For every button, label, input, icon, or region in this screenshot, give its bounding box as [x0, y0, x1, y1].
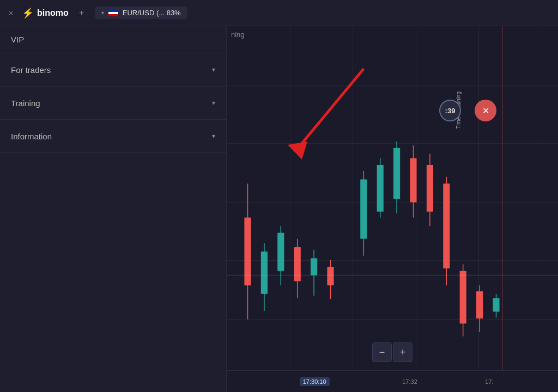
- sidebar-item-for-traders[interactable]: For traders ▾: [0, 53, 226, 87]
- training-chevron-icon: ▾: [212, 99, 215, 107]
- tab-dropdown-icon: ▾: [101, 10, 104, 16]
- zoom-controls: − +: [372, 342, 413, 362]
- svg-rect-9: [311, 258, 317, 275]
- candlestick-chart: [227, 48, 558, 370]
- logo-text: binomo: [37, 8, 69, 18]
- vip-label: VIP: [11, 35, 24, 44]
- time-remaining-line: [502, 26, 502, 370]
- cancel-icon: ✕: [482, 106, 489, 116]
- time-axis: 17:30:10 17:32 17:: [227, 370, 558, 392]
- information-chevron-icon: ▾: [212, 132, 215, 140]
- svg-rect-23: [443, 183, 450, 268]
- svg-rect-5: [277, 233, 284, 271]
- currency-flag: [108, 10, 118, 16]
- title-bar: × ⚡ binomo + ▾ EUR/USD (... 83%: [0, 0, 558, 26]
- svg-rect-7: [294, 247, 301, 281]
- svg-rect-11: [327, 267, 333, 285]
- training-header[interactable]: Training ▾: [11, 87, 215, 119]
- svg-rect-25: [460, 271, 466, 324]
- active-tab[interactable]: ▾ EUR/USD (... 83%: [95, 7, 187, 19]
- add-tab-button[interactable]: +: [75, 7, 88, 20]
- time-label-1732: 17:32: [402, 378, 417, 385]
- sidebar: VIP For traders ▾ Training ▾ Information…: [0, 26, 227, 392]
- information-header[interactable]: Information ▾: [11, 120, 215, 152]
- svg-rect-27: [476, 291, 483, 318]
- for-traders-chevron-icon: ▾: [212, 66, 215, 74]
- time-label-17: 17:: [485, 378, 493, 385]
- svg-rect-3: [261, 252, 268, 294]
- timer-value: :39: [445, 107, 456, 115]
- chart-training-label: ning: [231, 30, 245, 39]
- for-traders-label: For traders: [11, 65, 51, 75]
- tab-label: EUR/USD (... 83%: [123, 9, 181, 17]
- logo-icon: ⚡: [22, 7, 34, 19]
- chart-area: ning: [227, 26, 558, 392]
- zoom-in-button[interactable]: +: [393, 342, 413, 362]
- sidebar-item-training[interactable]: Training ▾: [0, 87, 226, 120]
- training-label: Training: [11, 99, 40, 108]
- svg-rect-29: [493, 298, 499, 312]
- timer-circle: :39: [439, 100, 461, 121]
- zoom-minus-icon: −: [379, 347, 385, 358]
- svg-rect-17: [393, 148, 400, 199]
- svg-rect-19: [410, 158, 416, 203]
- zoom-plus-icon: +: [400, 347, 406, 358]
- for-traders-header[interactable]: For traders ▾: [11, 53, 215, 86]
- main-content: VIP For traders ▾ Training ▾ Information…: [0, 26, 558, 392]
- close-button[interactable]: ×: [7, 9, 15, 17]
- sidebar-item-information[interactable]: Information ▾: [0, 120, 226, 153]
- time-label-highlight: 17:30:10: [300, 377, 330, 386]
- sidebar-item-vip[interactable]: VIP: [0, 26, 226, 53]
- svg-rect-15: [377, 165, 384, 212]
- svg-rect-21: [427, 165, 433, 212]
- information-label: Information: [11, 132, 52, 141]
- svg-rect-13: [360, 179, 367, 238]
- logo: ⚡ binomo: [22, 7, 69, 19]
- zoom-out-button[interactable]: −: [372, 342, 392, 362]
- cancel-button[interactable]: ✕: [475, 100, 496, 121]
